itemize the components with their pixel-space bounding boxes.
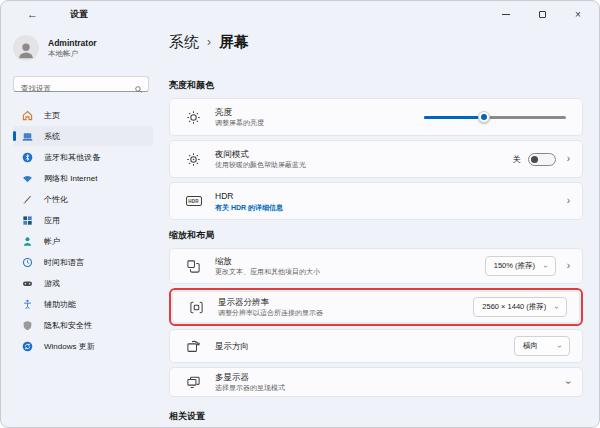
bluetooth-icon — [22, 152, 33, 163]
breadcrumb-separator-icon: › — [207, 35, 211, 49]
personalization-icon — [22, 194, 33, 205]
highlight-box: 显示器分辨率 调整分辨率以适合所连接的显示器 2560 × 1440 (推荐) … — [169, 288, 583, 326]
page-title: 屏幕 — [219, 33, 249, 52]
chevron-down-icon: › — [555, 345, 564, 348]
orientation-icon — [185, 339, 202, 354]
hdr-title: HDR — [215, 191, 283, 201]
sidebar-item-home[interactable]: 主页 — [13, 105, 153, 125]
accessibility-icon — [22, 299, 33, 310]
multi-display-title: 多显示器 — [215, 372, 285, 382]
row-scale: 缩放 更改文本、应用和其他项目的大小 150% (推荐) › › — [169, 248, 583, 284]
chevron-down-icon: › — [552, 306, 561, 309]
brightness-slider[interactable] — [424, 111, 566, 123]
row-brightness: 亮度 调整屏幕的亮度 — [169, 98, 583, 136]
night-mode-state: 关 — [513, 154, 521, 165]
brightness-subtitle: 调整屏幕的亮度 — [215, 119, 264, 127]
sidebar: Admintrator 本地帐户 主页 系统 — [1, 27, 159, 428]
gaming-icon — [22, 278, 33, 289]
sidebar-item-personalization[interactable]: 个性化 — [13, 189, 153, 209]
sidebar-item-privacy-security[interactable]: 隐私和安全性 — [13, 315, 153, 335]
titlebar: ← 设置 × — [1, 1, 599, 27]
orientation-dropdown[interactable]: 横向 › — [514, 336, 570, 356]
windows-update-icon — [22, 341, 33, 352]
chevron-right-icon: › — [567, 196, 570, 206]
sidebar-item-network-internet[interactable]: 网络和 Internet — [13, 168, 153, 188]
multi-display-icon — [185, 375, 202, 390]
scale-title: 缩放 — [215, 256, 320, 266]
sidebar-nav: 主页 系统 蓝牙和其他设备 网络和 Internet 个性化 — [13, 105, 153, 356]
person-icon — [15, 39, 37, 61]
apps-icon — [22, 215, 33, 226]
slider-thumb[interactable] — [478, 111, 490, 123]
row-hdr[interactable]: HDR HDR 有关 HDR 的详细信息 › — [169, 182, 583, 220]
user-type: 本地帐户 — [48, 49, 97, 58]
toggle-knob — [531, 156, 538, 163]
minimize-button[interactable] — [495, 5, 517, 23]
window-controls: × — [495, 1, 589, 27]
search-input[interactable] — [14, 82, 148, 96]
resolution-icon — [188, 300, 205, 315]
sidebar-item-bluetooth-devices[interactable]: 蓝牙和其他设备 — [13, 147, 153, 167]
window-title: 设置 — [70, 8, 88, 21]
back-icon[interactable]: ← — [27, 8, 38, 20]
night-mode-toggle[interactable] — [528, 153, 556, 166]
user-account[interactable]: Admintrator 本地帐户 — [13, 33, 153, 63]
minimize-icon — [502, 14, 510, 15]
section-related-settings: 相关设置 — [169, 410, 583, 423]
settings-window: ← 设置 × Admintrator 本地帐户 — [0, 0, 600, 428]
night-light-icon — [185, 152, 202, 167]
sidebar-item-windows-update[interactable]: Windows 更新 — [13, 336, 153, 356]
scale-subtitle: 更改文本、应用和其他项目的大小 — [215, 268, 320, 276]
multi-display-subtitle: 选择显示器的呈现模式 — [215, 384, 285, 392]
row-multi-display[interactable]: 多显示器 选择显示器的呈现模式 › — [169, 367, 583, 397]
search-box — [13, 76, 149, 92]
breadcrumb: 系统 › 屏幕 — [169, 31, 583, 53]
home-icon — [22, 110, 33, 121]
sidebar-item-system[interactable]: 系统 — [13, 126, 153, 146]
close-button[interactable]: × — [567, 5, 589, 23]
maximize-button[interactable] — [531, 5, 553, 23]
section-brightness-color: 亮度和颜色 — [169, 79, 583, 92]
scale-icon — [185, 259, 202, 274]
chevron-right-icon: › — [567, 261, 570, 271]
scale-dropdown[interactable]: 150% (推荐) › — [485, 256, 556, 276]
row-orientation: 显示方向 横向 › — [169, 329, 583, 363]
night-mode-subtitle: 使用较暖的颜色帮助屏蔽蓝光 — [215, 161, 306, 169]
sidebar-item-time-language[interactable]: 时间和语言 — [13, 252, 153, 272]
sidebar-item-accounts[interactable]: 帐户 — [13, 231, 153, 251]
sidebar-item-apps[interactable]: 应用 — [13, 210, 153, 230]
resolution-title: 显示器分辨率 — [218, 297, 323, 307]
avatar — [13, 35, 39, 61]
brightness-title: 亮度 — [215, 107, 264, 117]
user-name: Admintrator — [48, 38, 97, 49]
resolution-subtitle: 调整分辨率以适合所连接的显示器 — [218, 309, 323, 317]
breadcrumb-system[interactable]: 系统 — [169, 33, 199, 52]
time-language-icon — [22, 257, 33, 268]
network-icon — [22, 173, 33, 184]
main-content: 系统 › 屏幕 亮度和颜色 亮度 调整屏幕的亮度 — [159, 27, 599, 428]
resolution-dropdown[interactable]: 2560 × 1440 (推荐) › — [473, 297, 567, 317]
night-mode-title: 夜间模式 — [215, 149, 306, 159]
accounts-icon — [22, 236, 33, 247]
sidebar-item-accessibility[interactable]: 辅助功能 — [13, 294, 153, 314]
brightness-icon — [185, 110, 202, 125]
privacy-icon — [22, 320, 33, 331]
maximize-icon — [539, 11, 546, 18]
chevron-right-icon: › — [567, 154, 570, 164]
hdr-icon: HDR — [185, 196, 202, 206]
row-night-mode[interactable]: 夜间模式 使用较暖的颜色帮助屏蔽蓝光 关 › — [169, 140, 583, 178]
chevron-down-icon: › — [541, 265, 550, 268]
sidebar-item-gaming[interactable]: 游戏 — [13, 273, 153, 293]
row-resolution: 显示器分辨率 调整分辨率以适合所连接的显示器 2560 × 1440 (推荐) … — [172, 291, 580, 323]
search-icon — [134, 80, 143, 98]
chevron-down-icon: › — [563, 380, 574, 383]
hdr-info-link[interactable]: 有关 HDR 的详细信息 — [215, 203, 283, 212]
section-scale-layout: 缩放和布局 — [169, 229, 583, 242]
orientation-title: 显示方向 — [215, 341, 249, 351]
system-icon — [22, 131, 33, 142]
